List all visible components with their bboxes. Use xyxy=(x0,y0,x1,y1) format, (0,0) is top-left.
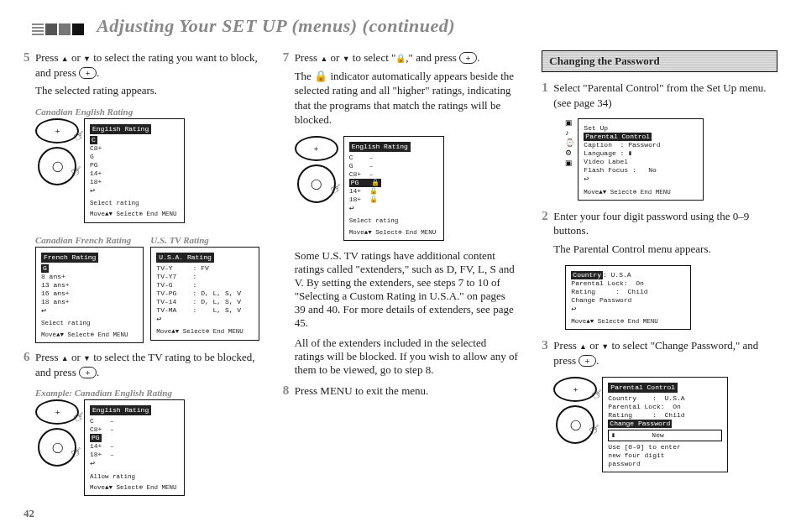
rocker-button-icon: ＋☞ xyxy=(35,399,79,425)
down-arrow-icon xyxy=(601,339,609,352)
up-arrow-icon xyxy=(61,351,69,363)
c3-step-1-number: 1 xyxy=(542,81,553,113)
rocker-button-icon: ＋☞ xyxy=(35,118,79,143)
round-button-icon: ◯☞ xyxy=(556,405,594,444)
figure-5: ＋☞ ◯☞ English Rating C C8+ G PG 14+ 18+ … xyxy=(35,118,259,223)
osd-side-icons: ▣♪⌚⚙▣ xyxy=(565,118,574,201)
up-arrow-icon xyxy=(320,51,327,64)
rocker-button-icon: ＋ xyxy=(295,136,338,161)
osd-item-selected: C xyxy=(90,136,97,144)
page-title-text: Adjusting Your SET UP (menus) (continued… xyxy=(97,15,455,36)
osd-item: Rating : Child xyxy=(608,411,722,420)
step-8-text: Press MENU to exit the menu. xyxy=(295,383,519,399)
return-icon xyxy=(571,305,576,313)
column-2: 7 Press or to select "," and press ＋. Th… xyxy=(283,50,519,504)
osd-footer-1: Select rating xyxy=(41,319,138,327)
osd-item: Change Password xyxy=(571,296,685,305)
c3-figure-3: ＋☞ ◯☞ Parental Control Country : U.S.A P… xyxy=(553,377,777,472)
step-5-result: The selected rating appears. xyxy=(35,83,259,98)
osd-locked-ratings: English Rating C – G – C8+ – PG 🔒 14+ 🔒 … xyxy=(343,136,444,241)
osd-item: C8+ – xyxy=(90,425,179,434)
enter-key-icon: ＋ xyxy=(578,355,596,367)
extenders-para-1: Some U.S. TV ratings have additional con… xyxy=(295,249,519,330)
osd-footer-1: Select rating xyxy=(349,216,438,225)
step-8-number: 8 xyxy=(283,383,295,402)
c3-figure-2: Country: U.S.A Parental Lock: On Rating … xyxy=(565,265,777,331)
osd-item: 8 ans+ xyxy=(41,273,138,281)
c3-step-2-text2: The Parental Control menu appears. xyxy=(553,242,777,257)
osd-item: TV-PG : D, L, S, V xyxy=(156,289,253,298)
figure-6: ＋☞ ◯☞ English Rating C – C8+ – PG 14+ – … xyxy=(35,399,259,496)
osd-item: 18 ans+ xyxy=(41,298,138,306)
round-button-icon: ◯☞ xyxy=(38,147,76,185)
osd-item: 14+ – xyxy=(90,442,179,451)
osd-hint: Use [0-9] to enter xyxy=(608,443,722,451)
c3-step-1-text: Select "Parental Control" from the Set U… xyxy=(553,81,777,110)
osd-item: Language : ▮ xyxy=(584,149,698,158)
osd-item: TV-MA : L, S, V xyxy=(156,306,253,315)
content-columns: 5 Press or to select the rating you want… xyxy=(24,50,777,504)
page-number: 42 xyxy=(24,507,34,520)
osd-footer-1: Allow rating xyxy=(90,472,179,481)
osd-item: PG xyxy=(90,161,179,170)
osd-parental-menu: Country: U.S.A Parental Lock: On Rating … xyxy=(565,265,691,331)
step-7-para: The 🔒 indicator automatically appears be… xyxy=(295,69,519,128)
round-button-icon: ◯☞ xyxy=(297,164,336,203)
osd-title: English Rating xyxy=(90,124,151,134)
osd-title: Parental Control xyxy=(608,383,678,393)
osd-title: English Rating xyxy=(349,142,411,152)
osd-item-selected: Change Password xyxy=(608,420,672,428)
osd-item-selected: PG 🔒 xyxy=(349,179,381,187)
step-5-number: 5 xyxy=(24,50,35,102)
down-arrow-icon xyxy=(343,51,350,64)
c3-step-2-text1: Enter your four digit password using the… xyxy=(553,209,777,238)
osd-title: U.S.A. Rating xyxy=(156,253,213,263)
osd-item: 14+ 🔒 xyxy=(349,187,438,196)
osd-item: Parental Lock: On xyxy=(608,403,722,411)
osd-footer: Move▲▼ Select⊕ End MENU xyxy=(571,317,685,326)
osd-example-english: English Rating C – C8+ – PG 14+ – 18+ – … xyxy=(84,399,185,496)
column-3: Changing the Password 1 Select "Parental… xyxy=(542,50,777,504)
osd-item: G xyxy=(90,153,179,161)
step-6-number: 6 xyxy=(24,350,35,383)
fig5-caption: Canadian English Rating xyxy=(35,107,259,117)
fig-caption-french: Canadian French Rating xyxy=(35,235,144,245)
osd-footer-2: Move▲▼ Select⊕ End MENU xyxy=(90,483,179,492)
step-7-number: 7 xyxy=(283,50,295,131)
c3-step-3-text: Press or to select "Change Password," an… xyxy=(553,338,777,368)
up-arrow-icon xyxy=(579,339,587,352)
step-7: 7 Press or to select "," and press ＋. Th… xyxy=(283,50,519,131)
section-heading-password: Changing the Password xyxy=(542,50,777,72)
osd-item: TV-Y : FV xyxy=(156,264,253,273)
enter-key-icon: ＋ xyxy=(459,52,477,64)
return-icon xyxy=(584,175,589,183)
c3-step-3: 3 Press or to select "Change Password," … xyxy=(542,338,777,371)
osd-item: G – xyxy=(349,162,438,170)
osd-item: 18+ – xyxy=(90,451,179,459)
c3-step-3-number: 3 xyxy=(542,338,553,371)
osd-item: 18+ 🔒 xyxy=(349,196,438,204)
column-1: 5 Press or to select the rating you want… xyxy=(24,50,259,504)
osd-item: Country : U.S.A xyxy=(608,394,722,403)
return-icon xyxy=(156,316,161,323)
step-6: 6 Press or to select the TV rating to be… xyxy=(24,350,259,383)
osd-item: Rating : Child xyxy=(571,288,685,296)
osd-value: : U.S.A xyxy=(603,271,631,279)
osd-canadian-english: English Rating C C8+ G PG 14+ 18+ Select… xyxy=(84,118,185,223)
c3-step-1: 1 Select "Parental Control" from the Set… xyxy=(542,81,777,113)
title-decoration xyxy=(32,17,86,39)
c3-step-2: 2 Enter your four digit password using t… xyxy=(542,209,777,260)
osd-footer-1: Select rating xyxy=(90,199,179,207)
page-title: Adjusting Your SET UP (menus) (continued… xyxy=(32,15,777,39)
osd-item-selected: Country xyxy=(571,271,603,279)
osd-title: French Rating xyxy=(41,253,98,263)
step-5-text: Press or to select the rating you want t… xyxy=(35,50,259,80)
osd-item-selected: Parental Control xyxy=(584,133,652,141)
osd-item-selected: PG xyxy=(90,434,102,442)
osd-footer: Move▲▼ Select⊕ End MENU xyxy=(584,188,698,196)
extenders-para-2: All of the extenders included in the sel… xyxy=(295,336,519,377)
osd-item: Video Label xyxy=(584,158,698,166)
enter-key-icon: ＋ xyxy=(79,367,97,378)
osd-footer-2: Move▲▼ Select⊕ End MENU xyxy=(156,327,253,336)
osd-change-password: Parental Control Country : U.S.A Parenta… xyxy=(602,377,728,472)
